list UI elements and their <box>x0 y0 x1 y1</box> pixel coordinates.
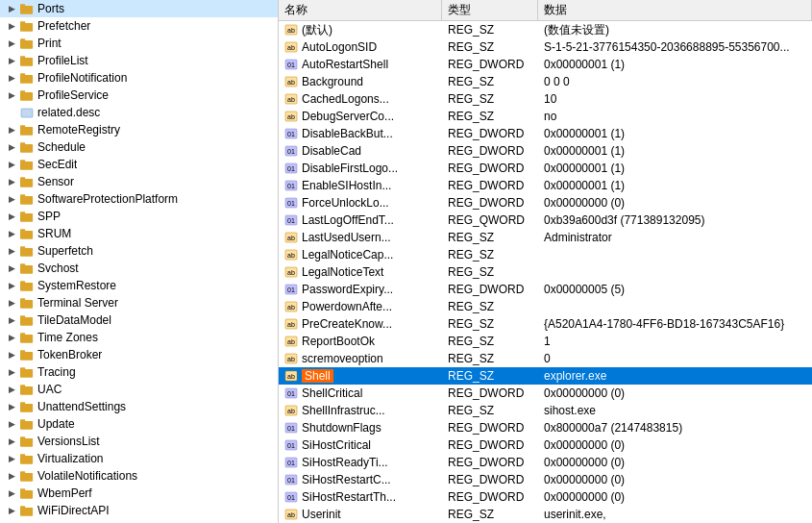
tree-item-uac[interactable]: UAC <box>0 381 278 398</box>
expander-superfetch[interactable] <box>4 246 19 256</box>
tree-label-related: related.desc <box>37 106 100 119</box>
table-row[interactable]: ab ShellInfrastruc...REG_SZsihost.exe <box>279 402 812 419</box>
expander-versionslist[interactable] <box>4 436 19 446</box>
table-row[interactable]: 01 ShellCriticalREG_DWORD0x00000000 (0) <box>279 385 812 402</box>
expander-wbemperf[interactable] <box>4 488 19 498</box>
tree-item-tokenbroker[interactable]: TokenBroker <box>0 346 278 363</box>
tree-item-srum[interactable]: SRUM <box>0 225 278 242</box>
string-icon: ab <box>284 353 298 364</box>
table-row[interactable]: ab PreCreateKnow...REG_SZ{A520A1A4-1780-… <box>279 315 812 333</box>
expander-ports[interactable] <box>4 4 19 13</box>
table-row[interactable]: 01 SiHostRestartC...REG_DWORD0x00000000 … <box>279 471 812 488</box>
expander-profilenotification[interactable] <box>4 73 19 83</box>
tree-item-print[interactable]: Print <box>0 35 278 52</box>
expander-volatilenotifications[interactable] <box>4 471 19 481</box>
expander-unattendsettings[interactable] <box>4 402 19 411</box>
tree-item-systemrestore[interactable]: SystemRestore <box>0 277 278 294</box>
tree-item-tracing[interactable]: Tracing <box>0 363 278 381</box>
table-row[interactable]: ab scremoveoptionREG_SZ0 <box>279 350 812 367</box>
tree-item-virtualization[interactable]: Virtualization <box>0 450 278 467</box>
table-row[interactable]: 01 AutoRestartShellREG_DWORD0x00000001 (… <box>279 56 812 73</box>
reg-name-text: Userinit <box>302 508 341 521</box>
expander-svchost[interactable] <box>4 263 19 273</box>
table-row[interactable]: ab ShellREG_SZexplorer.exe <box>279 367 812 385</box>
expander-systemrestore[interactable] <box>4 281 19 290</box>
tree-item-unattendsettings[interactable]: UnattendSettings <box>0 398 278 415</box>
expander-remoteregistry[interactable] <box>4 125 19 135</box>
expander-print[interactable] <box>4 38 19 48</box>
expander-profilelist[interactable] <box>4 56 19 65</box>
expander-tokenbroker[interactable] <box>4 350 19 360</box>
tree-item-superfetch[interactable]: Superfetch <box>0 242 278 260</box>
col-header-data[interactable]: 数据 <box>538 0 812 20</box>
table-row[interactable]: 01 SiHostRestartTh...REG_DWORD0x00000000… <box>279 488 812 506</box>
expander-profileservice[interactable] <box>4 90 19 100</box>
tree-item-related[interactable]: related.desc <box>0 104 278 121</box>
expander-secedit[interactable] <box>4 160 19 169</box>
expander-update[interactable] <box>4 419 19 429</box>
table-row[interactable]: ab LegalNoticeCap...REG_SZ <box>279 246 812 263</box>
tree-item-versionslist[interactable]: VersionsList <box>0 433 278 450</box>
tree-item-schedule[interactable]: Schedule <box>0 138 278 156</box>
table-row[interactable]: ab PowerdownAfte...REG_SZ <box>279 298 812 315</box>
tree-item-profilelist[interactable]: ProfileList <box>0 52 278 69</box>
table-row[interactable]: ab LegalNoticeTextREG_SZ <box>279 263 812 281</box>
table-row[interactable]: ab DebugServerCo...REG_SZno <box>279 108 812 125</box>
expander-srum[interactable] <box>4 229 19 238</box>
expander-virtualization[interactable] <box>4 454 19 463</box>
folder-closed-icon <box>19 279 35 292</box>
tree-item-update[interactable]: Update <box>0 415 278 433</box>
tree-item-prefetcher[interactable]: Prefetcher <box>0 17 278 35</box>
table-row[interactable]: ab AutoLogonSIDREG_SZS-1-5-21-3776154350… <box>279 38 812 56</box>
table-row[interactable]: 01 ShutdownFlagsREG_DWORD0x800000a7 (214… <box>279 419 812 436</box>
expander-uac[interactable] <box>4 385 19 394</box>
tree-label-superfetch: Superfetch <box>37 244 93 258</box>
tree-item-terminalserver[interactable]: Terminal Server <box>0 294 278 311</box>
tree-item-spp[interactable]: SPP <box>0 208 278 225</box>
tree-item-wbemperf[interactable]: WbemPerf <box>0 485 278 502</box>
cell-name: ab Shell <box>279 367 442 385</box>
expander-tracing[interactable] <box>4 367 19 377</box>
table-row[interactable]: ab ReportBootOkREG_SZ1 <box>279 333 812 350</box>
table-row[interactable]: 01 DisableBackBut...REG_DWORD0x00000001 … <box>279 125 812 142</box>
table-row[interactable]: ab CachedLogons...REG_SZ10 <box>279 90 812 108</box>
tree-item-profilenotification[interactable]: ProfileNotification <box>0 69 278 87</box>
tree-item-windows[interactable]: Windows <box>0 519 278 523</box>
tree-item-wifidirectapi[interactable]: WiFiDirectAPI <box>0 502 278 519</box>
tree-item-volatilenotifications[interactable]: VolatileNotifications <box>0 467 278 485</box>
expander-wifidirectapi[interactable] <box>4 506 19 515</box>
expander-softwareprotectionplatform[interactable] <box>4 194 19 204</box>
table-row[interactable]: ab BackgroundREG_SZ0 0 0 <box>279 73 812 90</box>
table-row[interactable]: ab LastUsedUsern...REG_SZAdministrator <box>279 229 812 246</box>
table-row[interactable]: ab (默认)REG_SZ(数值未设置) <box>279 21 812 38</box>
dword-icon: 01 <box>284 145 298 157</box>
table-row[interactable]: 01 SiHostCriticalREG_DWORD0x00000000 (0) <box>279 436 812 454</box>
tree-item-svchost[interactable]: Svchost <box>0 260 278 277</box>
tree-item-ports[interactable]: Ports <box>0 0 278 17</box>
col-header-name[interactable]: 名称 <box>279 0 442 20</box>
table-row[interactable]: 01 DisableFirstLogo...REG_DWORD0x0000000… <box>279 160 812 177</box>
tree-item-timezones[interactable]: Time Zones <box>0 329 278 346</box>
expander-terminalserver[interactable] <box>4 298 19 308</box>
table-row[interactable]: 01 LastLogOffEndT...REG_QWORD0xb39a600d3… <box>279 212 812 229</box>
tree-item-profileservice[interactable]: ProfileService <box>0 87 278 104</box>
tree-item-sensor[interactable]: Sensor <box>0 173 278 190</box>
tree-item-tiledatamodel[interactable]: TileDataModel <box>0 311 278 329</box>
tree-item-remoteregistry[interactable]: RemoteRegistry <box>0 121 278 138</box>
svg-rect-45 <box>20 404 33 412</box>
expander-schedule[interactable] <box>4 142 19 152</box>
expander-sensor[interactable] <box>4 177 19 187</box>
col-header-type[interactable]: 类型 <box>442 0 538 20</box>
tree-item-secedit[interactable]: SecEdit <box>0 156 278 173</box>
expander-timezones[interactable] <box>4 333 19 342</box>
tree-item-softwareprotectionplatform[interactable]: SoftwareProtectionPlatform <box>0 190 278 208</box>
table-row[interactable]: 01 SiHostReadyTi...REG_DWORD0x00000000 (… <box>279 454 812 471</box>
table-row[interactable]: 01 DisableCadREG_DWORD0x00000001 (1) <box>279 142 812 160</box>
table-row[interactable]: ab UserinitREG_SZuserinit.exe, <box>279 506 812 523</box>
table-row[interactable]: 01 PasswordExpiry...REG_DWORD0x00000005 … <box>279 281 812 298</box>
expander-tiledatamodel[interactable] <box>4 315 19 325</box>
table-row[interactable]: 01 EnableSIHostIn...REG_DWORD0x00000001 … <box>279 177 812 194</box>
expander-spp[interactable] <box>4 212 19 221</box>
expander-prefetcher[interactable] <box>4 21 19 31</box>
table-row[interactable]: 01 ForceUnlockLo...REG_DWORD0x00000000 (… <box>279 194 812 212</box>
